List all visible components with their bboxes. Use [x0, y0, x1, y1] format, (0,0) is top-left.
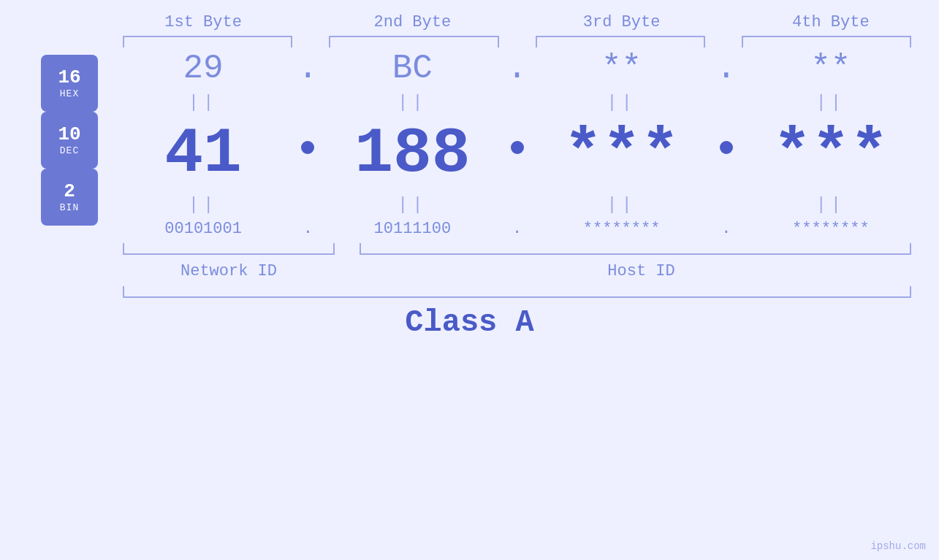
host-id-label: Host ID: [607, 262, 674, 280]
hex-b1: 29: [183, 50, 224, 88]
dec-dot2: [511, 141, 524, 154]
bracket-top-4: [742, 36, 911, 47]
hex-b3: **: [601, 50, 642, 88]
main-content: 16 HEX 10 DEC 2 BIN 29 .: [0, 47, 939, 240]
hex-dot2: .: [507, 50, 528, 88]
bin-b3: ********: [583, 220, 661, 238]
hex-badge-number: 16: [58, 67, 80, 88]
eq1-b2: ||: [398, 93, 427, 112]
dec-b4: ***: [773, 118, 889, 190]
byte3-label: 3rd Byte: [536, 13, 708, 31]
network-id-label: Network ID: [180, 262, 277, 280]
values-column: 29 . BC . ** . **: [117, 47, 917, 240]
bracket-top-1: [123, 36, 292, 47]
bin-b2: 10111100: [374, 220, 452, 238]
hex-row: 29 . BC . ** . **: [117, 50, 917, 88]
dec-b1: 41: [164, 118, 242, 190]
page-container: 1st Byte 2nd Byte 3rd Byte 4th Byte 16 H…: [0, 0, 939, 560]
badges-column: 16 HEX 10 DEC 2 BIN: [22, 47, 117, 240]
class-label: Class A: [405, 305, 533, 340]
bin-badge: 2 BIN: [41, 169, 98, 226]
outer-bracket: [123, 286, 911, 298]
outer-bracket-row: [0, 280, 939, 298]
bottom-brackets-row: [0, 240, 939, 259]
dec-badge-label: DEC: [60, 145, 79, 156]
network-id-bracket: [123, 243, 335, 255]
bin-b1: 00101001: [164, 220, 242, 238]
eq1-b3: ||: [607, 93, 636, 112]
bin-row: 00101001 . 10111100 . ******** .: [117, 220, 917, 238]
eq2-b3: ||: [607, 195, 636, 215]
bin-badge-label: BIN: [60, 202, 79, 213]
hex-dot3: .: [716, 50, 737, 88]
bracket-top-3: [536, 36, 705, 47]
byte2-label: 2nd Byte: [326, 13, 498, 31]
watermark: ipshu.com: [870, 540, 926, 553]
dec-badge-number: 10: [58, 124, 80, 145]
hex-b4: **: [810, 50, 851, 88]
bracket-top-2: [329, 36, 498, 47]
eq2-b2: ||: [398, 195, 427, 215]
byte1-label: 1st Byte: [117, 13, 289, 31]
bin-dot2: .: [512, 220, 522, 238]
bin-badge-number: 2: [64, 181, 75, 202]
hex-badge: 16 HEX: [41, 55, 98, 112]
class-row: Class A: [0, 298, 939, 340]
host-id-bracket: [360, 243, 911, 255]
top-brackets-row: [0, 31, 939, 47]
hex-dot1: .: [297, 50, 318, 88]
eq2-b1: ||: [189, 195, 218, 215]
eq1-b4: ||: [816, 93, 845, 112]
bin-b4: ********: [792, 220, 870, 238]
hex-badge-label: HEX: [60, 88, 79, 99]
eq-row-1: || || || ||: [117, 93, 917, 112]
dec-dot3: [720, 141, 733, 154]
id-labels-row: Network ID Host ID: [0, 259, 939, 280]
bin-dot3: .: [721, 220, 731, 238]
byte4-label: 4th Byte: [745, 13, 917, 31]
dec-b3: ***: [563, 118, 679, 190]
eq-row-2: || || || ||: [117, 195, 917, 215]
dec-b2: 188: [354, 118, 470, 190]
eq2-b4: ||: [816, 195, 845, 215]
dec-badge: 10 DEC: [41, 112, 98, 169]
eq1-b1: ||: [189, 93, 218, 112]
bin-dot1: .: [303, 220, 313, 238]
hex-b2: BC: [392, 50, 433, 88]
dec-dot1: [301, 141, 314, 154]
byte-labels-row: 1st Byte 2nd Byte 3rd Byte 4th Byte: [0, 0, 939, 31]
watermark-text: ipshu.com: [870, 540, 926, 552]
dec-row: 41 188 *** ***: [117, 118, 917, 190]
